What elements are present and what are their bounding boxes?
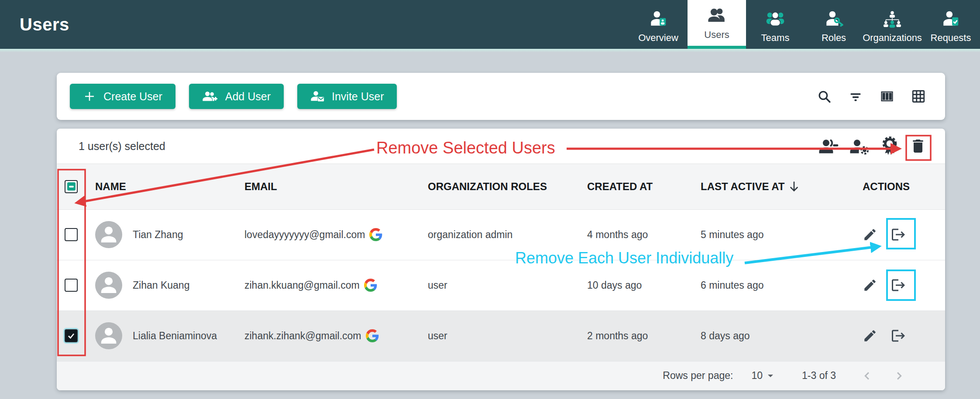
prev-page-icon[interactable] bbox=[861, 370, 873, 382]
edit-icon[interactable] bbox=[863, 227, 877, 242]
user-email: zihan.kkuang@gmail.com bbox=[244, 280, 360, 291]
toolbar-card: Create User Add User Invite User bbox=[57, 73, 945, 120]
user-role: user bbox=[428, 280, 587, 291]
user-name: Tian Zhang bbox=[133, 229, 183, 241]
users-admin-page: Users Overview Users Teams bbox=[0, 0, 980, 399]
selection-count: 1 user(s) selected bbox=[79, 140, 165, 153]
app-header: Users Overview Users Teams bbox=[0, 0, 980, 49]
invite-user-button[interactable]: Invite User bbox=[297, 84, 397, 109]
user-name: Zihan Kuang bbox=[133, 280, 189, 291]
created-at: 2 months ago bbox=[587, 330, 701, 342]
person-check-icon bbox=[941, 9, 961, 28]
created-at: 10 days ago bbox=[587, 280, 701, 291]
group-add-icon bbox=[202, 90, 218, 102]
selection-bar: 1 user(s) selected bbox=[57, 129, 945, 164]
add-user-button[interactable]: Add User bbox=[189, 84, 284, 109]
user-role: user bbox=[428, 330, 587, 342]
main-nav-tabs: Overview Users Teams Roles bbox=[629, 0, 980, 49]
rows-per-page-value: 10 bbox=[751, 370, 763, 382]
tab-users[interactable]: Users bbox=[688, 0, 746, 49]
person-key-icon bbox=[824, 9, 844, 28]
indeterminate-mark bbox=[67, 182, 76, 191]
rows-per-page-select[interactable]: 10 bbox=[751, 370, 774, 382]
tab-label: Roles bbox=[822, 32, 846, 44]
tab-label: Requests bbox=[931, 32, 971, 44]
row-checkbox[interactable] bbox=[65, 329, 78, 342]
column-header-created-at[interactable]: CREATED AT bbox=[587, 181, 701, 193]
google-icon bbox=[369, 228, 382, 241]
select-all-checkbox[interactable] bbox=[65, 180, 78, 193]
created-at: 4 months ago bbox=[587, 229, 701, 241]
column-header-email[interactable]: EMAIL bbox=[244, 181, 428, 193]
person-badge-icon bbox=[648, 9, 668, 28]
team-icon bbox=[765, 9, 785, 28]
table-row: Zihan Kuang zihan.kkuang@gmail.com user … bbox=[57, 260, 945, 310]
column-header-last-active[interactable]: LAST ACTIVE AT bbox=[701, 181, 856, 193]
table-row: Lialia Beniaminova zihank.zihank@gmail.c… bbox=[57, 310, 945, 361]
pagination-range: 1-3 of 3 bbox=[802, 370, 836, 382]
next-page-icon[interactable] bbox=[893, 370, 905, 382]
table-tools bbox=[817, 89, 932, 104]
tab-label: Teams bbox=[761, 32, 790, 44]
remove-user-icon[interactable] bbox=[891, 277, 906, 293]
user-name: Lialia Beniaminova bbox=[133, 330, 217, 342]
users-table-card: 1 user(s) selected NAME bbox=[57, 129, 945, 390]
last-active-at: 6 minutes ago bbox=[701, 280, 856, 291]
caret-down-icon bbox=[767, 373, 774, 379]
button-label: Invite User bbox=[332, 90, 384, 103]
button-label: Create User bbox=[103, 90, 162, 103]
tab-overview[interactable]: Overview bbox=[629, 0, 688, 49]
last-active-at: 8 days ago bbox=[701, 330, 856, 342]
plus-icon bbox=[83, 90, 96, 103]
column-header-actions: ACTIONS bbox=[856, 181, 945, 193]
button-label: Add User bbox=[225, 90, 271, 103]
table-header-row: NAME EMAIL ORGANIZATION ROLES CREATED AT… bbox=[57, 164, 945, 209]
people-icon bbox=[707, 6, 727, 25]
edit-icon[interactable] bbox=[863, 278, 877, 293]
google-icon bbox=[366, 329, 379, 342]
tab-organizations[interactable]: Organizations bbox=[863, 0, 922, 49]
row-checkbox[interactable] bbox=[65, 228, 78, 241]
rows-per-page-label: Rows per page: bbox=[663, 370, 733, 382]
tab-label: Overview bbox=[638, 32, 678, 44]
trash-icon[interactable] bbox=[909, 137, 927, 155]
search-icon[interactable] bbox=[817, 89, 832, 104]
person-mail-icon bbox=[310, 90, 324, 103]
header-glow-divider bbox=[0, 49, 980, 52]
tab-requests[interactable]: Requests bbox=[922, 0, 980, 49]
person-gear-icon[interactable] bbox=[850, 137, 870, 155]
avatar bbox=[95, 221, 122, 248]
rosette-icon[interactable] bbox=[881, 136, 898, 156]
tab-label: Organizations bbox=[863, 32, 922, 44]
column-label: LAST ACTIVE AT bbox=[701, 181, 784, 193]
table-footer: Rows per page: 10 1-3 of 3 bbox=[57, 361, 945, 390]
table-row: Tian Zhang lovedayyyyyyy@gmail.com organ… bbox=[57, 209, 945, 260]
page-title: Users bbox=[20, 15, 69, 34]
google-icon bbox=[364, 279, 377, 292]
grid-icon[interactable] bbox=[911, 89, 926, 104]
column-header-name[interactable]: NAME bbox=[95, 181, 244, 193]
user-email: lovedayyyyyyy@gmail.com bbox=[244, 229, 365, 241]
remove-user-icon[interactable] bbox=[891, 328, 906, 344]
org-tree-icon bbox=[882, 9, 902, 28]
edit-icon[interactable] bbox=[863, 328, 877, 343]
tab-teams[interactable]: Teams bbox=[746, 0, 805, 49]
tab-label: Users bbox=[704, 29, 729, 41]
last-active-at: 5 minutes ago bbox=[701, 229, 856, 241]
user-email: zihank.zihank@gmail.com bbox=[244, 330, 361, 342]
user-role: organization admin bbox=[428, 229, 587, 241]
row-checkbox[interactable] bbox=[65, 279, 78, 292]
tab-roles[interactable]: Roles bbox=[805, 0, 863, 49]
columns-icon[interactable] bbox=[880, 89, 894, 104]
bulk-action-icons bbox=[819, 136, 927, 156]
remove-user-icon[interactable] bbox=[891, 227, 906, 242]
avatar bbox=[95, 272, 122, 299]
filter-icon[interactable] bbox=[848, 89, 863, 104]
avatar bbox=[95, 322, 122, 349]
column-header-org-roles[interactable]: ORGANIZATION ROLES bbox=[428, 181, 587, 193]
sort-desc-icon[interactable] bbox=[789, 181, 799, 193]
person-remove-icon[interactable] bbox=[819, 137, 839, 155]
create-user-button[interactable]: Create User bbox=[70, 84, 175, 109]
